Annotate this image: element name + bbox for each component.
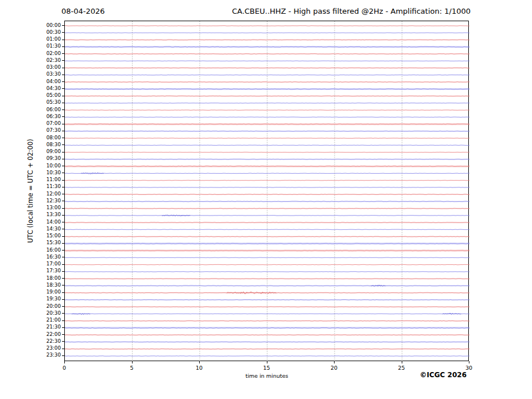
y-tick-label: 02:30 <box>46 57 61 64</box>
y-tick-label: 00:00 <box>46 22 61 29</box>
y-tick-mark <box>62 194 64 194</box>
y-tick-label: 15:00 <box>46 233 61 239</box>
y-tick-label: 22:00 <box>46 331 61 338</box>
x-tick-label: 5 <box>130 365 133 371</box>
y-tick-label: 10:00 <box>46 163 61 169</box>
trace-line <box>65 103 469 104</box>
y-tick-mark <box>62 180 64 181</box>
seismic-event-trace <box>81 173 104 174</box>
y-tick-mark <box>62 60 64 61</box>
y-tick-mark <box>62 124 64 124</box>
trace-line <box>65 272 469 272</box>
y-tick-mark <box>62 201 64 201</box>
y-tick-label: 08:00 <box>46 135 61 141</box>
y-tick-label: 20:00 <box>46 303 61 310</box>
y-tick-mark <box>62 250 64 251</box>
trace-line <box>65 145 469 146</box>
y-tick-mark <box>62 53 64 54</box>
y-tick-mark <box>62 131 64 131</box>
y-tick-label: 13:00 <box>46 205 61 211</box>
y-tick-label: 19:00 <box>46 289 61 295</box>
trace-line <box>65 75 469 75</box>
plot-area <box>64 21 469 361</box>
y-tick-label: 20:30 <box>46 310 61 316</box>
y-tick-mark <box>62 32 64 33</box>
y-tick-label: 07:30 <box>46 127 61 134</box>
y-tick-label: 15:30 <box>46 240 61 246</box>
copyright-label: ©ICGC 2026 <box>420 371 467 379</box>
x-tick-mark <box>334 361 335 363</box>
y-tick-label: 11:30 <box>46 183 61 190</box>
y-tick-mark <box>62 103 64 103</box>
y-tick-mark <box>62 173 64 173</box>
trace-line <box>65 61 469 61</box>
y-tick-label: 09:00 <box>46 148 61 155</box>
y-tick-mark <box>62 166 64 166</box>
y-tick-mark <box>62 278 64 279</box>
y-tick-label: 12:30 <box>46 198 61 204</box>
y-tick-mark <box>62 320 64 321</box>
y-tick-mark <box>62 313 64 314</box>
y-tick-mark <box>62 341 64 342</box>
y-tick-mark <box>62 46 64 47</box>
y-tick-label: 01:30 <box>46 43 61 49</box>
helicorder-traces <box>65 21 469 362</box>
y-tick-mark <box>62 152 64 152</box>
y-tick-label: 21:30 <box>46 324 61 330</box>
y-tick-label: 06:00 <box>46 107 61 113</box>
trace-line <box>65 356 469 357</box>
y-tick-mark <box>62 68 64 68</box>
y-tick-mark <box>62 25 64 26</box>
y-tick-label: 14:00 <box>46 219 61 225</box>
y-tick-label: 09:30 <box>46 155 61 162</box>
y-tick-mark <box>62 138 64 138</box>
trace-line <box>65 152 469 152</box>
trace-line <box>65 229 469 230</box>
y-tick-mark <box>62 222 64 222</box>
y-tick-label: 17:00 <box>46 261 61 267</box>
y-tick-label: 17:30 <box>46 268 61 274</box>
y-tick-mark <box>62 40 64 40</box>
y-tick-mark <box>62 355 64 356</box>
y-axis-title: UTC (local time = UTC + 02:00) <box>26 139 34 243</box>
x-tick-mark <box>199 361 200 363</box>
y-tick-label: 07:00 <box>46 120 61 127</box>
y-tick-label: 13:30 <box>46 212 61 218</box>
y-tick-mark <box>62 75 64 75</box>
y-tick-label: 23:30 <box>46 352 61 358</box>
y-tick-mark <box>62 159 64 159</box>
plot-title: CA.CBEU..HHZ - High pass filtered @2Hz -… <box>232 7 471 15</box>
y-tick-mark <box>62 229 64 229</box>
x-tick-mark <box>64 361 65 363</box>
y-tick-label: 04:00 <box>46 79 61 85</box>
y-tick-label: 05:00 <box>46 92 61 99</box>
y-tick-label: 11:00 <box>46 177 61 183</box>
y-tick-mark <box>62 88 64 89</box>
y-tick-mark <box>62 271 64 272</box>
y-tick-label: 12:00 <box>46 191 61 197</box>
y-tick-label: 18:00 <box>46 275 61 281</box>
date-label: 08-04-2026 <box>61 7 105 15</box>
y-tick-label: 21:00 <box>46 317 61 323</box>
y-tick-mark <box>62 243 64 244</box>
y-tick-label: 10:30 <box>46 170 61 176</box>
y-tick-label: 03:30 <box>46 71 61 77</box>
x-tick-label: 0 <box>63 365 66 371</box>
y-tick-label: 02:00 <box>46 50 61 57</box>
y-tick-label: 16:30 <box>46 254 61 260</box>
y-tick-mark <box>62 292 64 293</box>
y-tick-mark <box>62 236 64 237</box>
trace-line <box>65 173 469 174</box>
y-tick-mark <box>62 334 64 335</box>
x-axis-title: time in minutes <box>246 373 289 379</box>
y-tick-label: 22:30 <box>46 338 61 345</box>
y-tick-mark <box>62 327 64 328</box>
y-tick-mark <box>62 215 64 216</box>
y-tick-mark <box>62 299 64 300</box>
y-tick-mark <box>62 257 64 257</box>
y-tick-label: 19:30 <box>46 296 61 302</box>
y-tick-label: 16:00 <box>46 247 61 253</box>
y-tick-label: 00:30 <box>46 29 61 36</box>
x-tick-mark <box>267 361 267 363</box>
trace-line <box>65 138 469 139</box>
